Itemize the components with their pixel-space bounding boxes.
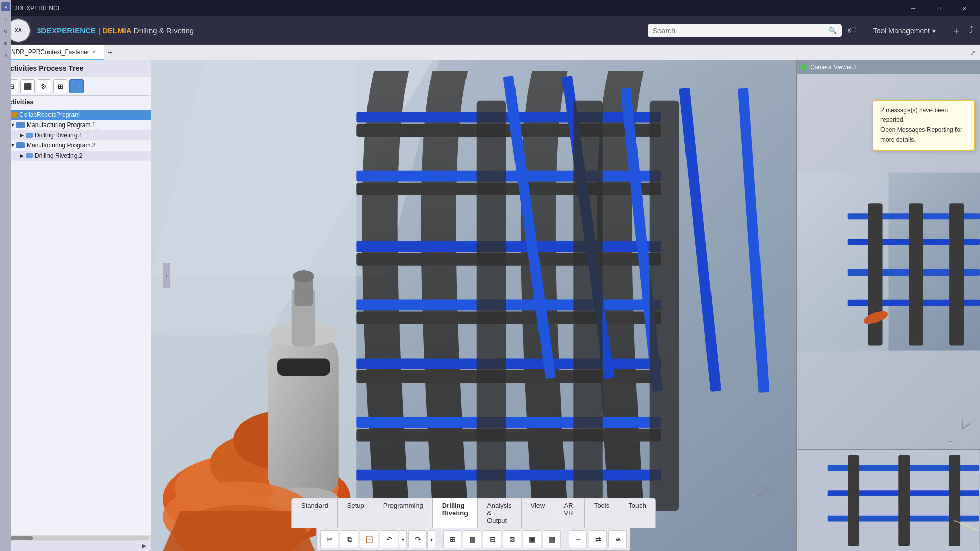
notification-line2: Open Messages Reporting for more details… xyxy=(880,125,967,144)
tab-tools[interactable]: Tools xyxy=(585,498,619,528)
svg-rect-11 xyxy=(356,241,662,252)
svg-rect-13 xyxy=(356,358,662,369)
minimize-button[interactable]: ─ xyxy=(901,0,925,16)
search-input[interactable] xyxy=(653,27,825,35)
tab-close-button[interactable]: ✕ xyxy=(92,49,96,55)
left-icon-tag[interactable]: ◇ xyxy=(1,14,10,23)
tab-touch[interactable]: Touch xyxy=(619,498,655,528)
tree-node-collab[interactable]: ▼ CollabRobotsProgram xyxy=(0,110,151,120)
nav-right[interactable]: ▶ xyxy=(140,542,149,549)
svg-rect-53 xyxy=(909,203,923,345)
left-icon-gear[interactable]: ⚙ xyxy=(1,27,10,36)
add-icon[interactable]: ＋ xyxy=(952,24,961,37)
vertical-icon-strip: ≡ ◇ ⚙ ⊕ ℹ xyxy=(0,0,11,551)
tab-programming[interactable]: Programming xyxy=(374,498,433,528)
svg-rect-10 xyxy=(356,171,662,182)
camera-viewer-title: Camera Viewer.1 xyxy=(810,64,857,71)
camera-status-dot xyxy=(801,64,807,70)
maximize-button[interactable]: □ xyxy=(927,0,950,16)
undo-group: ↶ ▾ xyxy=(380,530,407,548)
svg-rect-22 xyxy=(573,101,602,511)
tool-undo-arrow[interactable]: ▾ xyxy=(399,530,407,548)
tool-square[interactable]: ▣ xyxy=(523,530,542,548)
dr2-icon xyxy=(26,153,33,158)
panel-toolbar: ⊟ ⬛ ⚙ ⊞ → xyxy=(0,77,151,96)
search-icon[interactable]: 🔍 xyxy=(828,27,837,34)
expand-dr1[interactable]: ▶ xyxy=(18,132,26,139)
tool-list[interactable]: ▤ xyxy=(543,530,561,548)
tree-node-dr1[interactable]: ▶ Drilling Riveting.1 xyxy=(0,130,151,140)
title-bar: ⬡ 3DEXPERIENCE ─ □ ✕ xyxy=(0,0,980,16)
tool-undo[interactable]: ↶ xyxy=(380,530,399,548)
mp2-label: Manufacturing Program.2 xyxy=(27,142,95,149)
main-toolbar: XA 3DEXPERIENCE | DELMIA Drilling & Rive… xyxy=(0,16,980,45)
expand-dr2[interactable]: ▶ xyxy=(18,152,26,159)
tool-grid[interactable]: ⊞ xyxy=(444,530,462,548)
tool-exchange[interactable]: ⇄ xyxy=(589,530,607,548)
svg-rect-5 xyxy=(356,253,662,266)
3d-viewport[interactable]: X Z Y Standard Setup Programming Drillin… xyxy=(151,60,796,551)
tool-paste[interactable]: 📋 xyxy=(360,530,379,548)
left-icon-wrench[interactable]: ⊕ xyxy=(1,39,10,48)
close-button[interactable]: ✕ xyxy=(952,0,976,16)
camera-viewer-content: 2 message(s) have been reported. Open Me… xyxy=(797,74,980,449)
panel-tool-3[interactable]: ⚙ xyxy=(37,79,51,93)
mp2-icon xyxy=(16,142,24,148)
left-collapse-handle[interactable]: ‹ xyxy=(163,263,170,288)
tree-node-mp1[interactable]: ▼ Manufacturing Program.1 xyxy=(0,120,151,130)
activities-panel-header: Activities Process Tree xyxy=(0,60,151,77)
panel-tool-4[interactable]: ⊞ xyxy=(53,79,67,93)
search-bar: 🔍 xyxy=(648,24,842,37)
dr1-icon xyxy=(26,133,33,138)
svg-line-40 xyxy=(766,487,776,492)
svg-rect-12 xyxy=(356,300,662,311)
main-tab[interactable]: NDR_PPRContext_Fastener ✕ xyxy=(4,45,104,60)
svg-rect-3 xyxy=(356,124,662,137)
svg-rect-6 xyxy=(356,311,662,324)
tag-icon[interactable]: 🏷 xyxy=(848,25,857,36)
tool-separator-2 xyxy=(565,532,566,546)
svg-line-56 xyxy=(962,423,971,429)
tab-ar-vr[interactable]: AR-VR xyxy=(555,498,585,528)
viewport-axes: X Z Y xyxy=(750,477,781,510)
camera-viewer-panel: Camera Viewer.1 2 message(s) xyxy=(796,60,980,551)
panel-tool-2[interactable]: ⬛ xyxy=(20,79,35,93)
tool-cut[interactable]: ✂ xyxy=(321,530,339,548)
content-area: ≡ ◇ ⚙ ⊕ ℹ Activities Process Tree ⊟ ⬛ ⚙ … xyxy=(0,60,980,551)
tree-node-mp2[interactable]: ▼ Manufacturing Program.2 xyxy=(0,140,151,151)
svg-point-36 xyxy=(293,270,314,282)
tool-table[interactable]: ▦ xyxy=(463,530,482,548)
scene-svg xyxy=(151,60,796,551)
activities-tree-label: Activities xyxy=(0,96,151,108)
svg-rect-66 xyxy=(949,455,960,546)
redo-group: ↷ ▾ xyxy=(409,530,436,548)
add-tab-button[interactable]: + xyxy=(104,46,116,59)
tree-node-dr2[interactable]: ▶ Drilling Riveting.2 xyxy=(0,151,151,161)
share-icon[interactable]: ⤴ xyxy=(969,24,974,37)
tool-copy[interactable]: ⧉ xyxy=(340,530,359,548)
tab-drilling-riveting[interactable]: Drilling Riveting xyxy=(433,498,478,528)
collab-label: CollabRobotsProgram xyxy=(19,111,80,118)
tool-cross[interactable]: ⊠ xyxy=(503,530,522,548)
tab-view[interactable]: View xyxy=(522,498,555,528)
left-icon-info[interactable]: ℹ xyxy=(1,51,10,60)
tool-arrow-right[interactable]: → xyxy=(569,530,587,548)
svg-rect-65 xyxy=(898,455,910,546)
tool-management-menu[interactable]: Tool Management ▾ xyxy=(873,27,936,35)
tab-standard[interactable]: Standard xyxy=(292,498,338,528)
tab-setup[interactable]: Setup xyxy=(338,498,374,528)
tab-analysis-output[interactable]: Analysis & Output xyxy=(478,498,521,528)
svg-rect-8 xyxy=(356,429,662,441)
mp1-icon xyxy=(16,122,24,128)
camera-viewer-header: Camera Viewer.1 xyxy=(797,60,980,74)
window-controls: ─ □ ✕ xyxy=(901,0,976,16)
expand-button[interactable]: ⤢ xyxy=(970,48,976,57)
bottom-tools: ✂ ⧉ 📋 ↶ ▾ ↷ ▾ ⊞ ▦ ⊟ ⊠ ▣ ▤ → xyxy=(317,528,631,551)
tool-redo[interactable]: ↷ xyxy=(409,530,427,548)
panel-tool-arrow[interactable]: → xyxy=(69,79,84,93)
left-icon-layers[interactable]: ≡ xyxy=(1,2,10,11)
scroll-track xyxy=(2,536,149,540)
tool-minus[interactable]: ⊟ xyxy=(483,530,502,548)
tool-lines[interactable]: ≋ xyxy=(609,530,627,548)
tool-redo-arrow[interactable]: ▾ xyxy=(428,530,436,548)
